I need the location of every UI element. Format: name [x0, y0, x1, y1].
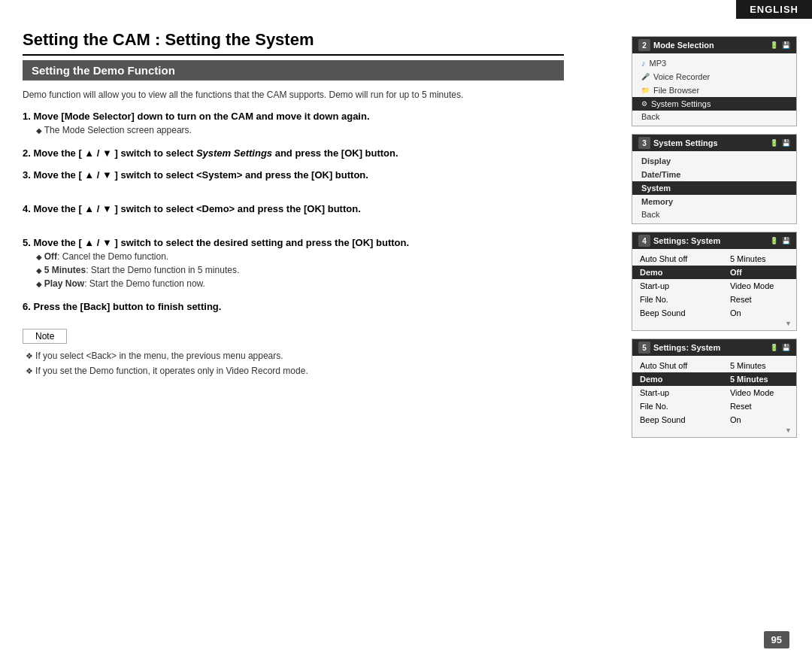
row-beepsound-5-value: On	[723, 413, 796, 427]
screen-card-5-title: Settings: System	[653, 343, 720, 352]
step-1-text: Move [Mode Selector] down to turn on the…	[33, 111, 369, 122]
row-demo-4: Demo Off	[632, 266, 796, 279]
down-arrow-4: ▼	[632, 320, 796, 327]
right-panel: 2 Mode Selection 🔋💾 MP3 🎤 Voice Recorder…	[632, 36, 797, 438]
row-startup-4-label: Start-up	[632, 279, 723, 293]
page-title: Setting the CAM : Setting the System	[23, 30, 564, 56]
row-demo-5: Demo 5 Minutes	[632, 372, 796, 386]
row-autoshutoff-4: Auto Shut off 5 Minutes	[632, 252, 796, 266]
step-5-number: 5.	[23, 237, 31, 248]
screen-card-2-body: MP3 🎤 Voice Recorder 📁 File Browser ⚙ Sy…	[632, 53, 796, 126]
step-3-number: 3.	[23, 169, 31, 181]
row-beepsound-4-label: Beep Sound	[632, 306, 723, 320]
note-label: Note	[35, 331, 54, 342]
note-item-1: If you set the Demo function, it operate…	[26, 366, 308, 376]
menu-item-sysettings: ⚙ System Settings	[632, 97, 796, 111]
row-beepsound-5: Beep Sound On	[632, 413, 796, 427]
step-2-text-after: and press the [OK] button.	[272, 147, 398, 159]
row-fileno-4-value: Reset	[723, 293, 796, 306]
row-demo-5-value: 5 Minutes	[723, 372, 796, 386]
screen-card-2: 2 Mode Selection 🔋💾 MP3 🎤 Voice Recorder…	[632, 36, 797, 126]
step-6: 6. Press the [Back] button to finish set…	[23, 301, 564, 312]
row-fileno-4-label: File No.	[632, 293, 723, 306]
row-startup-5: Start-up Video Mode	[632, 386, 796, 399]
step-5-sub-1: 5 Minutes: Start the Demo function in 5 …	[36, 265, 239, 275]
screen-card-3-title: System Settings	[653, 138, 718, 147]
step-2-text-before: Move the [ ▲ / ▼ ] switch to select	[33, 147, 195, 159]
folder-icon: 📁	[641, 87, 650, 94]
step-6-text: Press the [Back] button to finish settin…	[33, 301, 221, 312]
row-beepsound-5-label: Beep Sound	[632, 413, 723, 427]
card-num-2: 2	[638, 39, 650, 51]
row-autoshutoff-4-value: 5 Minutes	[723, 252, 796, 266]
menu-item-memory: Memory	[632, 195, 796, 208]
english-badge: ENGLISH	[736, 0, 812, 19]
step-2-number: 2.	[23, 147, 31, 159]
menu-item-datetime: Date/Time	[632, 168, 796, 181]
screen-card-5-header: 5 Settings: System 🔋💾	[632, 339, 796, 356]
step-5-sub-0: Off: Cancel the Demo function.	[36, 251, 168, 262]
screen-card-5-icons: 🔋💾	[770, 344, 790, 351]
card-num-4: 4	[638, 235, 650, 247]
section-header: Setting the Demo Function	[23, 60, 564, 80]
row-autoshutoff-5-label: Auto Shut off	[632, 359, 723, 372]
menu-item-voice: 🎤 Voice Recorder	[632, 70, 796, 84]
settings-table-4: Auto Shut off 5 Minutes Demo Off Start-u…	[632, 252, 796, 320]
menu-item-display: Display	[632, 154, 796, 168]
step-4-number: 4.	[23, 203, 31, 214]
step-4-text: Move the [ ▲ / ▼ ] switch to select <Dem…	[33, 203, 360, 214]
screen-card-2-header: 2 Mode Selection 🔋💾	[632, 37, 796, 53]
row-demo-4-label: Demo	[632, 266, 723, 279]
card-num-3: 3	[638, 137, 650, 149]
row-startup-5-value: Video Mode	[723, 386, 796, 399]
note-box: Note	[23, 329, 67, 344]
step-5-sub-2: Play Now: Start the Demo function now.	[36, 278, 205, 289]
note-item-0: If you select <Back> in the menu, the pr…	[26, 351, 283, 361]
menu-item-system: System	[632, 181, 796, 195]
down-arrow-5: ▼	[632, 427, 796, 434]
row-beepsound-4: Beep Sound On	[632, 306, 796, 320]
row-startup-4-value: Video Mode	[723, 279, 796, 293]
screen-card-3-body: Display Date/Time System Memory Back	[632, 151, 796, 223]
menu-item-display-label: Display	[641, 156, 671, 166]
row-startup-4: Start-up Video Mode	[632, 279, 796, 293]
screen-card-5-body: Auto Shut off 5 Minutes Demo 5 Minutes S…	[632, 356, 796, 437]
row-fileno-5-label: File No.	[632, 399, 723, 413]
step-4: 4. Move the [ ▲ / ▼ ] switch to select <…	[23, 203, 564, 214]
settings-table-5: Auto Shut off 5 Minutes Demo 5 Minutes S…	[632, 359, 796, 427]
menu-item-memory-label: Memory	[641, 197, 673, 206]
screen-card-2-icons: 🔋💾	[770, 41, 790, 49]
step-1: 1. Move [Mode Selector] down to turn on …	[23, 111, 564, 137]
mic-icon: 🎤	[641, 73, 650, 80]
step-3-text: Move the [ ▲ / ▼ ] switch to select <Sys…	[33, 169, 368, 181]
note-items: If you select <Back> in the menu, the pr…	[26, 348, 564, 379]
step-1-sub-0: The Mode Selection screen appears.	[36, 125, 192, 135]
menu-item-mp3-label: MP3	[650, 59, 667, 68]
step-3: 3. Move the [ ▲ / ▼ ] switch to select <…	[23, 169, 564, 181]
step-5-text: Move the [ ▲ / ▼ ] switch to select the …	[33, 237, 409, 248]
row-startup-5-label: Start-up	[632, 386, 723, 399]
screen-card-3-header: 3 System Settings 🔋💾	[632, 135, 796, 151]
row-fileno-5-value: Reset	[723, 399, 796, 413]
step-2: 2. Move the [ ▲ / ▼ ] switch to select S…	[23, 147, 564, 159]
screen-card-4-icons: 🔋💾	[770, 237, 790, 244]
screen-card-4-header: 4 Settings: System 🔋💾	[632, 232, 796, 249]
step-5: 5. Move the [ ▲ / ▼ ] switch to select t…	[23, 237, 564, 290]
menu-item-sysettings-label: System Settings	[651, 99, 710, 108]
screen-card-3: 3 System Settings 🔋💾 Display Date/Time S…	[632, 134, 797, 224]
menu-item-filebrowser: 📁 File Browser	[632, 84, 796, 97]
page-number: 95	[764, 631, 789, 648]
menu-item-mp3: MP3	[632, 56, 796, 70]
screen-card-4-title: Settings: System	[653, 236, 720, 245]
row-fileno-4: File No. Reset	[632, 293, 796, 306]
row-demo-5-label: Demo	[632, 372, 723, 386]
screen-card-4: 4 Settings: System 🔋💾 Auto Shut off 5 Mi…	[632, 232, 797, 331]
screen-card-5: 5 Settings: System 🔋💾 Auto Shut off 5 Mi…	[632, 339, 797, 438]
menu-item-system-label: System	[641, 184, 671, 193]
row-demo-4-value: Off	[723, 266, 796, 279]
screen-card-3-icons: 🔋💾	[770, 139, 790, 147]
screen-card-2-title: Mode Selection	[653, 41, 714, 50]
step-1-number: 1.	[23, 111, 31, 122]
row-fileno-5: File No. Reset	[632, 399, 796, 413]
settings-icon: ⚙	[641, 100, 647, 108]
